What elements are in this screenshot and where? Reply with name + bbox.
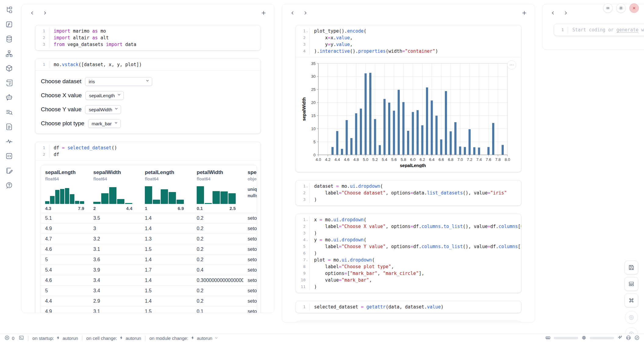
- on-cell-change-setting[interactable]: on cell change: autorun: [86, 336, 141, 341]
- code-line[interactable]: 2df: [35, 151, 260, 158]
- code-editor[interactable]: 1⌄dataset = mo.ui.dropdown(2 label="Choo…: [296, 180, 521, 205]
- documentation-icon[interactable]: [5, 123, 13, 131]
- code-line[interactable]: 2 label="Choose dataset", options=data.l…: [296, 190, 521, 196]
- code-line[interactable]: 1⌄plot_type().encode(: [296, 28, 521, 34]
- cpu-usage-meter[interactable]: [590, 337, 614, 339]
- copilot-button[interactable]: [626, 335, 631, 341]
- datasources-icon[interactable]: [5, 35, 13, 43]
- code-line[interactable]: 4⌄y = mo.ui.dropdown(: [296, 237, 521, 243]
- fold-chevron-icon[interactable]: ⌄: [306, 183, 309, 190]
- table-row[interactable]: 4.63.11.50.2setosa: [41, 244, 257, 255]
- xy-plot-dropdown-cell[interactable]: 1⌄x = mo.ui.dropdown(2 label="Choose X v…: [295, 214, 521, 293]
- code-editor[interactable]: 1⌄plot_type().encode(2 x=x.value,3 y=y.v…: [296, 25, 521, 57]
- vstack-cell[interactable]: 1mo.vstack([dataset, x, y, plot]) Choose…: [35, 59, 261, 134]
- code-line[interactable]: 6): [296, 250, 521, 257]
- fold-chevron-icon[interactable]: ⌄: [306, 237, 309, 243]
- imports-cell[interactable]: 1import marimo as mo2import altair as al…: [35, 25, 261, 51]
- dataset-dropdown-cell[interactable]: 1⌄dataset = mo.ui.dropdown(2 label="Choo…: [295, 180, 521, 206]
- on-module-change-setting[interactable]: on module change: autorun: [149, 336, 218, 341]
- code-line[interactable]: 11): [296, 283, 521, 290]
- code-editor[interactable]: 1df = selected_dataset()2df: [35, 142, 260, 160]
- layout-button[interactable]: [624, 277, 638, 291]
- code-editor[interactable]: 1import marimo as mo2import altair as al…: [35, 25, 260, 50]
- table-row[interactable]: 4.931.40.2setosa: [41, 223, 257, 234]
- table-scroll-area[interactable]: sepalLengthfloat644.37.9sepalWidthfloat6…: [41, 165, 257, 313]
- packages-icon[interactable]: [5, 64, 13, 72]
- code-editor[interactable]: 1⌄x = mo.ui.dropdown(2 label="Choose X v…: [296, 214, 521, 293]
- table-row[interactable]: 5.43.91.70.4setosa: [41, 265, 257, 275]
- table-row[interactable]: 5.13.51.40.2setosa: [41, 213, 257, 223]
- code-line[interactable]: 3): [296, 196, 521, 203]
- code-line[interactable]: 7⌄plot = mo.ui.dropdown(: [296, 257, 521, 263]
- code-line[interactable]: 2 x=x.value,: [296, 34, 521, 41]
- column-prev-button[interactable]: [28, 9, 36, 16]
- code-editor[interactable]: 1selected_dataset = getattr(data, datase…: [296, 301, 521, 313]
- menu-button[interactable]: [603, 3, 613, 13]
- fold-chevron-icon[interactable]: ⌄: [306, 28, 309, 34]
- scratchpad-icon[interactable]: [5, 166, 13, 175]
- dataframe-cell[interactable]: 1df = selected_dataset()2df sepalLengthf…: [35, 142, 261, 313]
- help-icon[interactable]: [5, 181, 13, 189]
- column-header-petalWidth[interactable]: petalWidthfloat640.12.5: [192, 165, 243, 213]
- code-line[interactable]: 2import altair as alt: [35, 34, 260, 41]
- terminal-button[interactable]: [19, 335, 24, 341]
- ai-chat-icon[interactable]: [5, 93, 13, 102]
- cell-placeholder[interactable]: Start coding or generate with AI.: [568, 27, 644, 33]
- file-explorer-icon[interactable]: [5, 5, 13, 14]
- fold-chevron-icon[interactable]: ⌄: [306, 257, 309, 263]
- column-header-petalLength[interactable]: petalLengthfloat6416.9: [141, 165, 192, 213]
- table-row[interactable]: 4.73.21.30.2setosa: [41, 234, 257, 244]
- y-value-dropdown[interactable]: sepalWidth: [85, 105, 121, 114]
- code-editor[interactable]: 1mo.vstack([dataset, x, y, plot]): [35, 59, 260, 70]
- add-cell-button[interactable]: [259, 9, 267, 17]
- code-line[interactable]: 3from vega_datasets import data: [35, 41, 260, 48]
- save-button[interactable]: [624, 261, 638, 274]
- ram-usage-meter[interactable]: [554, 337, 578, 339]
- column-header-species[interactable]: speciesobjectunique:nulls:: [243, 165, 257, 213]
- table-row[interactable]: 4.63.41.40.30000000000000004setosa: [41, 275, 257, 286]
- table-row[interactable]: 53.61.40.2setosa: [41, 255, 257, 265]
- code-line[interactable]: 1import marimo as mo: [35, 28, 260, 34]
- code-line[interactable]: 9 options=["mark_bar", "mark_circle"],: [296, 270, 521, 277]
- selected-dataset-cell[interactable]: 1selected_dataset = getattr(data, datase…: [295, 301, 521, 313]
- code-editor[interactable]: 1 Start coding or generate with AI.: [554, 24, 644, 36]
- code-line[interactable]: 10 value="mark_bar",: [296, 277, 521, 283]
- code-line[interactable]: 3): [296, 230, 521, 237]
- fold-chevron-icon[interactable]: ⌄: [306, 216, 309, 223]
- code-line[interactable]: 1selected_dataset = getattr(data, datase…: [296, 304, 521, 310]
- table-row[interactable]: 4.93.11.50.1setosa: [41, 306, 257, 313]
- generate-with-ai-link[interactable]: generate: [617, 27, 639, 33]
- code-line[interactable]: 1mo.vstack([dataset, x, y, plot]): [35, 61, 260, 68]
- dependency-graph-icon[interactable]: [5, 49, 13, 58]
- settings-button[interactable]: [616, 3, 626, 13]
- code-line[interactable]: 8 label="Choose plot type",: [296, 263, 521, 270]
- plot-type-dropdown[interactable]: mark_bar: [88, 119, 121, 128]
- command-palette-button[interactable]: [624, 294, 638, 307]
- close-button[interactable]: [629, 3, 639, 13]
- dataset-dropdown[interactable]: iris: [85, 77, 152, 86]
- chart-actions-button[interactable]: ⋯: [507, 60, 516, 69]
- empty-cell[interactable]: 1 Start coding or generate with AI.: [554, 24, 644, 36]
- code-line[interactable]: 5 label="Choose Y value", options=df.col…: [296, 243, 521, 250]
- column-next-button[interactable]: [302, 9, 309, 16]
- chart-cell[interactable]: 1⌄plot_type().encode(2 x=x.value,3 y=y.v…: [295, 25, 521, 172]
- snippets-icon[interactable]: [5, 79, 13, 87]
- code-line[interactable]: 4).interactive().properties(width="conta…: [296, 48, 521, 55]
- error-counter[interactable]: 0: [4, 335, 14, 341]
- outputs-console-icon[interactable]: [5, 152, 13, 160]
- column-next-button[interactable]: [41, 9, 48, 16]
- code-editor[interactable]: 1plot_type = getattr(alt.Chart(df), plot…: [296, 321, 521, 322]
- plot-type-cell[interactable]: 1plot_type = getattr(alt.Chart(df), plot…: [295, 321, 521, 322]
- code-line[interactable]: 1⌄x = mo.ui.dropdown(: [296, 216, 521, 223]
- x-value-dropdown[interactable]: sepalLength: [85, 91, 124, 100]
- stop-button[interactable]: [625, 311, 638, 324]
- column-header-sepalWidth[interactable]: sepalWidthfloat6424.4: [89, 165, 141, 213]
- code-line[interactable]: 3 y=y.value,: [296, 41, 521, 48]
- ai-sparkles-button[interactable]: [617, 335, 623, 341]
- column-header-sepalLength[interactable]: sepalLengthfloat644.37.9: [41, 165, 89, 213]
- code-line[interactable]: 2 label="Choose X value", options=df.col…: [296, 223, 521, 230]
- code-line[interactable]: 1df = selected_dataset(): [35, 144, 260, 151]
- column-prev-button[interactable]: [549, 9, 556, 16]
- connection-status-button[interactable]: [634, 335, 640, 341]
- altair-bar-chart[interactable]: 4.04.24.44.64.85.05.25.45.65.86.06.26.46…: [301, 60, 515, 168]
